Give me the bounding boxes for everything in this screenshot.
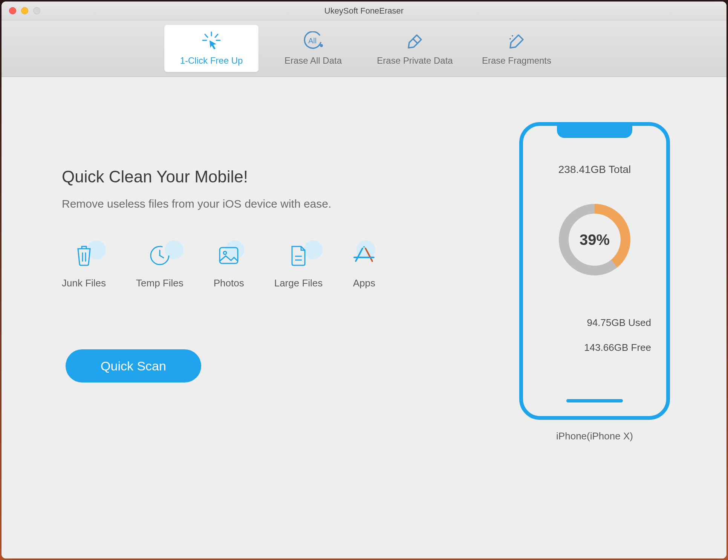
svg-line-19	[356, 248, 362, 261]
svg-point-16	[223, 251, 226, 254]
svg-point-22	[363, 246, 365, 248]
apps-icon	[353, 244, 375, 267]
device-illustration: 238.41GB Total 39% 94.75GB Used 143.66GB…	[519, 122, 670, 420]
category-large-files[interactable]: Large Files	[274, 244, 323, 289]
click-free-icon	[200, 31, 222, 50]
category-label: Junk Files	[62, 277, 106, 289]
category-label: Photos	[214, 277, 244, 289]
tab-1-click-free-up[interactable]: 1-Click Free Up	[164, 25, 258, 72]
app-window: UkeySoft FoneEraser 1-Click Free Up	[2, 2, 726, 558]
storage-percent: 39%	[555, 200, 634, 279]
category-apps[interactable]: Apps	[353, 244, 375, 289]
photo-icon	[218, 244, 239, 267]
storage-free: 143.66GB Free	[584, 342, 651, 353]
tab-erase-fragments[interactable]: Erase Fragments	[470, 25, 564, 72]
category-temp-files[interactable]: Temp Files	[136, 244, 184, 289]
page-heading: Quick Clean Your Mobile!	[62, 167, 500, 186]
page-subheading: Remove useless files from your iOS devic…	[62, 197, 500, 210]
trash-icon	[75, 244, 93, 267]
tab-erase-all-data[interactable]: All Erase All Data	[266, 25, 360, 72]
clock-icon	[149, 244, 170, 267]
svg-line-14	[160, 256, 164, 258]
svg-line-2	[215, 34, 218, 37]
erase-fragments-icon	[507, 31, 526, 50]
window-title: UkeySoft FoneEraser	[2, 6, 726, 16]
svg-point-9	[509, 38, 511, 40]
tab-label: Erase Fragments	[482, 55, 551, 66]
left-panel: Quick Clean Your Mobile! Remove useless …	[62, 107, 500, 528]
erase-private-icon	[405, 31, 424, 50]
svg-text:All: All	[308, 37, 317, 45]
storage-donut-chart: 39%	[555, 200, 634, 279]
device-name: iPhone(iPhone X)	[556, 430, 633, 442]
category-junk-files[interactable]: Junk Files	[62, 244, 106, 289]
category-list: Junk Files Temp Files	[62, 244, 500, 289]
tab-label: 1-Click Free Up	[180, 55, 243, 66]
phone-notch	[557, 125, 632, 138]
phone-home-indicator	[566, 399, 623, 402]
tab-label: Erase All Data	[284, 55, 342, 66]
svg-line-1	[205, 34, 208, 37]
tab-label: Erase Private Data	[377, 55, 453, 66]
storage-total: 238.41GB Total	[558, 164, 631, 176]
erase-all-icon: All	[303, 31, 324, 50]
category-label: Temp Files	[136, 277, 184, 289]
svg-line-7	[413, 39, 418, 43]
tab-erase-private-data[interactable]: Erase Private Data	[368, 25, 462, 72]
content-area: Quick Clean Your Mobile! Remove useless …	[2, 77, 726, 558]
file-icon	[290, 244, 307, 267]
storage-used: 94.75GB Used	[587, 317, 651, 329]
quick-scan-button[interactable]: Quick Scan	[66, 349, 201, 383]
category-photos[interactable]: Photos	[214, 244, 244, 289]
right-panel: 238.41GB Total 39% 94.75GB Used 143.66GB…	[500, 107, 689, 528]
svg-point-8	[512, 35, 513, 37]
titlebar: UkeySoft FoneEraser	[2, 2, 726, 20]
svg-rect-15	[220, 248, 238, 263]
category-label: Large Files	[274, 277, 323, 289]
toolbar: 1-Click Free Up All Erase All Data Erase…	[2, 20, 726, 77]
category-label: Apps	[353, 277, 375, 289]
svg-line-20	[366, 248, 372, 261]
svg-point-6	[320, 44, 323, 47]
